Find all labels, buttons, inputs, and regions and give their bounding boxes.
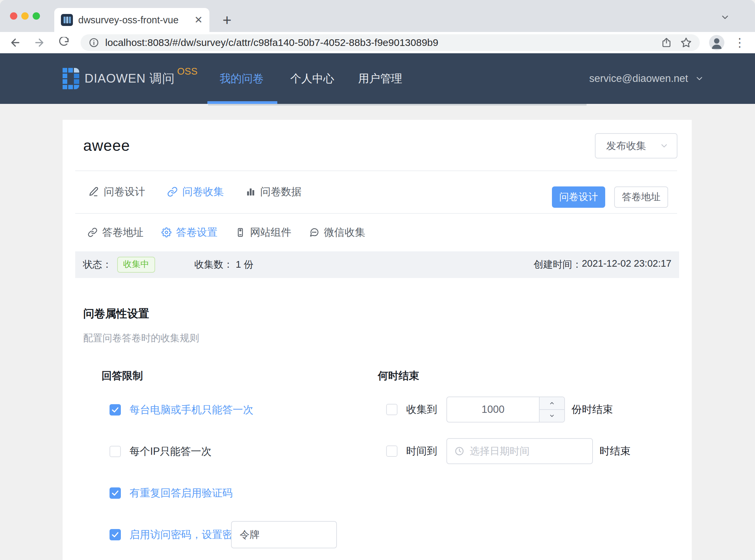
datetime-picker[interactable] bbox=[446, 438, 593, 464]
share-icon[interactable] bbox=[661, 37, 672, 48]
browser-menu-icon[interactable]: ⋮ bbox=[734, 37, 746, 48]
checkbox-label[interactable]: 每台电脑或手机只能答一次 bbox=[129, 403, 253, 417]
tab-label: 网站组件 bbox=[250, 225, 291, 239]
checkbox-one-per-device[interactable] bbox=[109, 404, 121, 416]
quota-number-input[interactable] bbox=[447, 397, 539, 422]
checkbox-label[interactable]: 收集到 bbox=[406, 402, 437, 417]
datetime-input[interactable] bbox=[470, 445, 585, 457]
tab-label: 问卷数据 bbox=[260, 185, 302, 199]
secondary-tab-row: 答卷地址 答卷设置 网站组件 微信收集 bbox=[87, 213, 365, 252]
brand-name: DIAOWEN 调问 bbox=[85, 53, 175, 104]
link-icon bbox=[87, 227, 98, 237]
quota-suffix: 份时结束 bbox=[572, 402, 613, 417]
survey-title: aweee bbox=[83, 137, 130, 155]
navbar-shadow bbox=[208, 104, 587, 105]
checkbox-one-per-ip[interactable] bbox=[109, 446, 121, 457]
chat-bubble-icon bbox=[309, 227, 319, 237]
spinner-up-icon[interactable] bbox=[539, 397, 564, 410]
pencil-icon bbox=[88, 186, 99, 197]
app-navbar: DIAOWEN 调问 OSS 我的问卷 个人中心 用户管理 service@di… bbox=[0, 53, 755, 104]
survey-card: aweee 发布收集 问卷设计 问卷收集 问卷数据 问卷设计 答卷地址 bbox=[63, 120, 692, 560]
widget-tag-icon bbox=[236, 227, 245, 237]
answer-address-button[interactable]: 答卷地址 bbox=[614, 186, 668, 208]
tab-answer-settings[interactable]: 答卷设置 bbox=[161, 225, 217, 239]
tab-label: 问卷设计 bbox=[104, 185, 145, 199]
url-text[interactable]: localhost:8083/#/dw/survey/c/attr/c98fa1… bbox=[105, 37, 652, 48]
window-close-button[interactable] bbox=[10, 12, 17, 20]
when-to-end-group-title: 何时结束 bbox=[378, 369, 419, 383]
site-info-icon[interactable] bbox=[88, 37, 99, 48]
tab-survey-collect[interactable]: 问卷收集 bbox=[167, 185, 224, 199]
status-label: 状态： bbox=[83, 258, 112, 271]
limit-row-password: 启用访问密码，设置密码 bbox=[109, 529, 243, 541]
browser-tab-strip: dwsurvey-oss-front-vue ✕ + bbox=[0, 0, 755, 32]
number-spinner bbox=[539, 397, 564, 422]
nav-item-personal-center[interactable]: 个人中心 bbox=[290, 53, 334, 104]
user-chevron-down-icon bbox=[695, 74, 704, 83]
spinner-down-icon[interactable] bbox=[539, 410, 564, 422]
user-email: service@diaowen.net bbox=[589, 73, 688, 84]
limit-row-one-per-device: 每台电脑或手机只能答一次 bbox=[109, 404, 253, 416]
section-title: 问卷属性设置 bbox=[83, 306, 149, 321]
end-row-deadline: 时间到 时结束 bbox=[386, 438, 631, 464]
limit-row-captcha: 有重复回答启用验证码 bbox=[109, 487, 233, 499]
active-nav-underline bbox=[207, 101, 277, 104]
tab-label: 微信收集 bbox=[324, 225, 365, 239]
checkbox-label[interactable]: 每个IP只能答一次 bbox=[129, 444, 211, 458]
tab-title: dwsurvey-oss-front-vue bbox=[78, 15, 191, 26]
window-zoom-button[interactable] bbox=[33, 12, 40, 20]
tab-site-widget[interactable]: 网站组件 bbox=[236, 225, 291, 239]
quota-number-input-box bbox=[446, 397, 565, 422]
survey-design-button[interactable]: 问卷设计 bbox=[552, 186, 605, 208]
checkbox-access-password[interactable] bbox=[109, 529, 121, 540]
checkbox-label[interactable]: 有重复回答启用验证码 bbox=[129, 486, 233, 500]
primary-tab-row: 问卷设计 问卷收集 问卷数据 bbox=[88, 171, 302, 213]
forward-icon[interactable] bbox=[33, 37, 45, 48]
section-subtitle: 配置问卷答卷时的收集规则 bbox=[83, 332, 199, 345]
select-chevron-down-icon bbox=[659, 141, 669, 151]
bar-chart-icon bbox=[246, 187, 256, 197]
tab-search-chevron-icon[interactable] bbox=[716, 11, 734, 24]
tab-close-icon[interactable]: ✕ bbox=[195, 15, 203, 25]
browser-tab[interactable]: dwsurvey-oss-front-vue ✕ bbox=[54, 8, 209, 32]
profile-avatar[interactable] bbox=[709, 35, 725, 50]
link-icon bbox=[167, 186, 178, 197]
created-time-value: 2021-12-02 23:02:17 bbox=[582, 258, 671, 271]
reload-icon[interactable] bbox=[57, 37, 68, 48]
answer-limits-group-title: 回答限制 bbox=[102, 369, 143, 383]
checkbox-collect-quota[interactable] bbox=[386, 404, 397, 415]
tab-survey-design[interactable]: 问卷设计 bbox=[88, 185, 145, 199]
tab-answer-address[interactable]: 答卷地址 bbox=[87, 225, 143, 239]
nav-item-my-surveys[interactable]: 我的问卷 bbox=[220, 53, 264, 104]
publish-select-value: 发布收集 bbox=[606, 139, 659, 153]
nav-item-user-management[interactable]: 用户管理 bbox=[358, 53, 402, 104]
collect-count-label: 收集数： bbox=[195, 258, 233, 271]
bookmark-star-icon[interactable] bbox=[680, 37, 692, 48]
user-menu[interactable]: service@diaowen.net bbox=[589, 53, 704, 104]
end-row-quota: 收集到 份时结束 bbox=[386, 397, 613, 422]
clock-icon bbox=[454, 446, 464, 456]
status-badge: 收集中 bbox=[117, 257, 155, 272]
diaowen-logo bbox=[63, 68, 79, 89]
tab-wechat-collect[interactable]: 微信收集 bbox=[309, 225, 365, 239]
publish-collect-select[interactable]: 发布收集 bbox=[595, 133, 677, 159]
checkbox-label[interactable]: 时间到 bbox=[406, 444, 437, 458]
deadline-suffix: 时结束 bbox=[599, 444, 631, 458]
collect-count-value: 1 份 bbox=[236, 258, 253, 271]
browser-url-bar: localhost:8083/#/dw/survey/c/attr/c98fa1… bbox=[0, 32, 755, 53]
checkbox-deadline[interactable] bbox=[386, 445, 397, 457]
checkbox-label[interactable]: 启用访问密码，设置密码 bbox=[129, 528, 243, 542]
gear-icon bbox=[161, 227, 171, 237]
limit-row-one-per-ip: 每个IP只能答一次 bbox=[109, 445, 211, 457]
created-time-label: 创建时间： bbox=[534, 258, 582, 271]
tab-survey-data[interactable]: 问卷数据 bbox=[246, 185, 302, 199]
checkbox-captcha[interactable] bbox=[109, 487, 121, 499]
tab-label: 答卷地址 bbox=[102, 225, 143, 239]
back-icon[interactable] bbox=[9, 37, 21, 48]
tab-label: 答卷设置 bbox=[176, 225, 217, 239]
window-minimize-button[interactable] bbox=[21, 12, 28, 20]
status-bar: 状态： 收集中 收集数： 1 份 创建时间： 2021-12-02 23:02:… bbox=[75, 252, 679, 278]
access-password-input[interactable] bbox=[231, 521, 337, 548]
new-tab-button[interactable]: + bbox=[217, 9, 238, 31]
address-bar[interactable]: localhost:8083/#/dw/survey/c/attr/c98fa1… bbox=[81, 34, 700, 51]
